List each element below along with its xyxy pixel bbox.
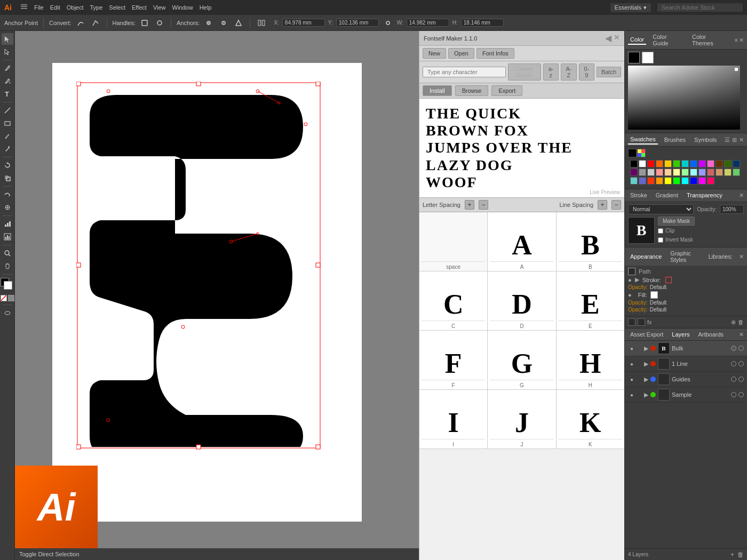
swatch-color[interactable] <box>716 169 723 176</box>
type-character-input[interactable] <box>423 67 506 77</box>
swap-none-icons[interactable] <box>1 295 14 301</box>
stroke-opacity-link[interactable]: Opacity: <box>628 284 648 290</box>
appearance-panel-close-icon[interactable]: ✕ <box>739 253 744 260</box>
swatch-color[interactable] <box>647 160 655 167</box>
swatch-color[interactable] <box>656 160 663 167</box>
swatch-color[interactable] <box>647 177 655 185</box>
menu-object[interactable]: Object <box>67 4 84 11</box>
swatch-color[interactable] <box>630 177 638 185</box>
invert-mask-checkbox[interactable] <box>658 237 663 243</box>
layer-expand-guides[interactable]: ▶ <box>644 376 648 383</box>
swatch-color[interactable] <box>698 177 706 185</box>
swatches-list-icon[interactable]: ☰ <box>725 137 730 143</box>
column-graph-tool[interactable] <box>2 231 13 243</box>
create-glyph-button[interactable]: Create Glyph <box>508 63 541 81</box>
layer-eye-bulk[interactable]: ● <box>628 345 635 352</box>
symbol-tool[interactable] <box>2 202 13 213</box>
tab-asset-export[interactable]: Asset Export <box>628 330 665 339</box>
swatch-color[interactable] <box>664 177 672 185</box>
glyph-cell-h[interactable]: H H <box>557 331 624 389</box>
layer-lock-guides[interactable] <box>738 377 744 382</box>
menu-select[interactable]: Select <box>109 4 125 11</box>
tab-color-themes[interactable]: Color Themes <box>690 33 730 47</box>
tab-graphic-styles[interactable]: Graphic Styles <box>668 249 702 264</box>
appearance-stroke-box[interactable] <box>638 318 645 326</box>
swatch-color[interactable] <box>698 160 706 167</box>
swatch-color[interactable] <box>724 160 732 167</box>
tab-libraries[interactable]: Libraries: <box>706 252 735 261</box>
layer-row-sample[interactable]: ● ▶ Sample <box>625 387 747 403</box>
shape-tool[interactable] <box>2 117 13 129</box>
canvas-area[interactable]: Ai Toggle Direct Selection <box>15 31 419 560</box>
fontself-close-icon[interactable]: ✕ <box>614 33 620 43</box>
layer-row-bulk[interactable]: ● ▶ B Bulk <box>625 341 747 356</box>
search-input[interactable] <box>657 3 743 12</box>
add-anchor-tool[interactable]: + <box>2 75 13 87</box>
swatch-color[interactable] <box>698 169 706 176</box>
tab-stroke[interactable]: Stroke <box>628 191 649 199</box>
delete-appearance-icon[interactable]: 🗑 <box>738 319 744 325</box>
w-value[interactable]: 14.982 mm <box>407 19 449 27</box>
glyph-cell-b[interactable]: B B <box>557 212 624 271</box>
expand-icon-stroke[interactable]: ▶ <box>635 276 639 283</box>
tab-transparency[interactable]: Transparency <box>685 191 725 199</box>
swatch-color[interactable] <box>707 160 714 167</box>
tab-appearance[interactable]: Appearance <box>628 252 664 261</box>
opacity-input[interactable] <box>720 205 744 214</box>
swatch-color[interactable] <box>673 169 680 176</box>
fontself-back-icon[interactable]: ◀ <box>605 33 611 43</box>
swatch-color[interactable] <box>673 160 680 167</box>
pencil-tool[interactable] <box>2 130 13 142</box>
swatch-color[interactable] <box>681 160 689 167</box>
line-spacing-plus[interactable]: + <box>598 200 607 210</box>
rotate-tool[interactable] <box>2 159 13 171</box>
layer-row-1line[interactable]: ● ▶ 1 Line <box>625 356 747 372</box>
tab-symbols[interactable]: Symbols <box>692 135 719 144</box>
menu-type[interactable]: Type <box>90 4 103 11</box>
make-mask-button[interactable]: Make Mask <box>658 217 695 226</box>
fill-color-box[interactable] <box>650 291 658 299</box>
menu-file[interactable]: File <box>34 4 44 11</box>
swatch-color[interactable] <box>690 177 697 185</box>
glyph-cell-i[interactable]: I I <box>419 390 488 449</box>
install-button[interactable]: Install <box>423 85 452 96</box>
blend-mode-select[interactable]: Normal Multiply Screen <box>628 204 694 214</box>
layer-row-guides[interactable]: ● ▶ Guides <box>625 372 747 387</box>
swatch-color[interactable] <box>630 169 638 176</box>
swatch-color[interactable] <box>681 177 689 185</box>
swatch-color[interactable] <box>733 169 740 176</box>
glyph-cell-e[interactable]: E E <box>557 271 624 330</box>
eye-icon-stroke[interactable]: ● <box>628 277 632 283</box>
swatch-color[interactable] <box>681 169 689 176</box>
overall-opacity-link[interactable]: Opacity: <box>628 307 648 313</box>
warp-tool[interactable] <box>2 189 13 201</box>
stroke-color-box[interactable] <box>665 277 672 283</box>
tab-swatches[interactable]: Swatches <box>628 135 658 145</box>
swatch-color[interactable] <box>724 169 732 176</box>
eye-icon-fill[interactable]: ● <box>628 292 632 298</box>
browse-button[interactable]: Browse <box>455 85 489 96</box>
swatch-black[interactable] <box>628 149 637 157</box>
zoom-tool[interactable] <box>2 247 13 259</box>
color-panel-close-icon[interactable]: ✕ <box>739 37 744 44</box>
tab-color[interactable]: Color <box>628 35 646 45</box>
layer-expand-1line[interactable]: ▶ <box>644 361 648 367</box>
anchor-icon-1[interactable] <box>203 17 214 29</box>
open-button[interactable]: Open <box>448 48 474 59</box>
glyph-grid[interactable]: space A A B B C C <box>419 212 624 560</box>
y-value[interactable]: 102.136 mm <box>336 19 379 27</box>
handles-icon-1[interactable] <box>139 17 150 29</box>
swatch-color[interactable] <box>656 169 663 176</box>
glyph-cell-k[interactable]: K K <box>557 390 624 449</box>
layer-eye-1line[interactable]: ● <box>628 360 635 367</box>
hand-tool[interactable] <box>2 260 13 272</box>
appearance-color-box[interactable] <box>628 318 635 326</box>
swatch-color[interactable] <box>690 160 697 167</box>
swatch-color[interactable] <box>673 177 680 185</box>
stroke-panel-close-icon[interactable]: ✕ <box>739 192 744 198</box>
layer-lock-sample[interactable] <box>738 392 744 397</box>
export-button[interactable]: Export <box>491 85 522 96</box>
glyph-cell-f[interactable]: F F <box>419 331 488 389</box>
swatch-color[interactable] <box>664 160 672 167</box>
direct-selection-tool[interactable] <box>2 46 13 58</box>
